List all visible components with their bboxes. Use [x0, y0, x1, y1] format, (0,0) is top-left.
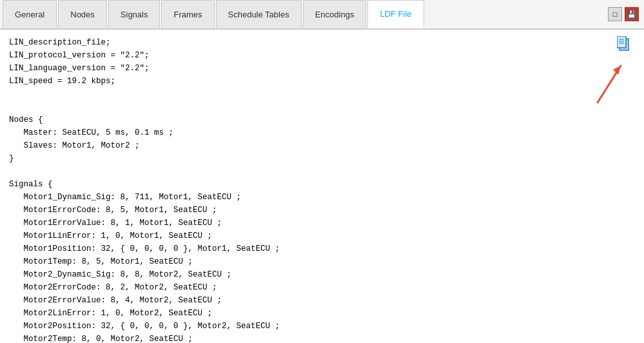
tab-general[interactable]: General	[3, 0, 57, 28]
tab-schedule-tables[interactable]: Schedule Tables	[216, 0, 302, 28]
tab-signals[interactable]: Signals	[108, 0, 161, 28]
tab-spacer	[425, 0, 608, 28]
tab-ldf-file[interactable]: LDF File	[367, 0, 424, 28]
copy-pages-icon	[617, 36, 631, 53]
minimize-icon-btn[interactable]: □	[608, 7, 622, 21]
tab-nodes[interactable]: Nodes	[58, 0, 107, 28]
svg-rect-1	[617, 36, 626, 48]
content-area: LIN_description_file; LIN_protocol_versi…	[0, 30, 644, 343]
tab-encodings[interactable]: Encodings	[303, 0, 367, 28]
tab-frames[interactable]: Frames	[161, 0, 214, 28]
copy-icon-wrapper	[617, 36, 635, 54]
save-icon-btn[interactable]: 💾	[625, 7, 639, 21]
ldf-code-content: LIN_description_file; LIN_protocol_versi…	[9, 36, 635, 343]
copy-icon[interactable]	[617, 36, 635, 54]
tab-toolbar-icons: □ 💾	[608, 0, 644, 28]
tab-bar: General Nodes Signals Frames Schedule Ta…	[0, 0, 644, 30]
